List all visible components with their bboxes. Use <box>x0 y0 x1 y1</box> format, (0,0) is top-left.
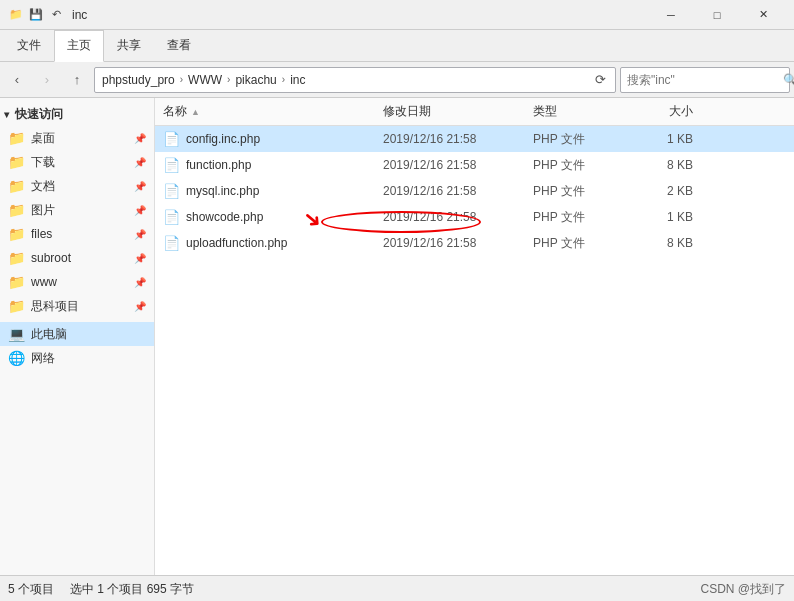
sidebar-item-此电脑[interactable]: 💻此电脑 <box>0 322 154 346</box>
file-name-label: showcode.php <box>186 210 263 224</box>
file-size-cell: 2 KB <box>623 184 693 198</box>
search-icon[interactable]: 🔍 <box>783 68 794 92</box>
address-bar[interactable]: phpstudy_pro›WWW›pikachu›inc ⟳ <box>94 67 616 93</box>
sidebar-item-文档[interactable]: 📁文档📌 <box>0 174 154 198</box>
sidebar-item-label: 此电脑 <box>31 326 67 343</box>
forward-button[interactable]: › <box>34 67 60 93</box>
minimize-button[interactable]: ─ <box>648 0 694 30</box>
header-date[interactable]: 修改日期 <box>383 103 533 120</box>
folder-icon: 📁 <box>8 202 25 218</box>
ribbon-tab-文件[interactable]: 文件 <box>4 30 54 61</box>
file-date-cell: 2019/12/16 21:58 <box>383 132 533 146</box>
file-name-cell: 📄 mysql.inc.php <box>163 183 383 199</box>
header-type[interactable]: 类型 <box>533 103 623 120</box>
pin-icon: 📌 <box>134 253 146 264</box>
folder-icon: 📁 <box>8 130 25 146</box>
php-file-icon: 📄 <box>163 235 180 251</box>
sidebar-item-label: www <box>31 275 57 289</box>
file-name-cell: 📄 showcode.php <box>163 209 383 225</box>
table-row[interactable]: 📄 showcode.php 2019/12/16 21:58 PHP 文件 1… <box>155 204 794 230</box>
folder-icon: 📁 <box>8 250 25 266</box>
file-date-cell: 2019/12/16 21:58 <box>383 158 533 172</box>
undo-icon: ↶ <box>48 7 64 23</box>
maximize-button[interactable]: □ <box>694 0 740 30</box>
file-name-cell: 📄 function.php <box>163 157 383 173</box>
folder-icon: 📁 <box>8 226 25 242</box>
up-button[interactable]: ↑ <box>64 67 90 93</box>
file-name-label: function.php <box>186 158 251 172</box>
file-name-cell: 📄 config.inc.php <box>163 131 383 147</box>
pin-icon: 📌 <box>134 301 146 312</box>
file-name-cell: 📄 uploadfunction.php <box>163 235 383 251</box>
sidebar-item-label: 桌面 <box>31 130 55 147</box>
sidebar-item-思科项目[interactable]: 📁思科项目📌 <box>0 294 154 318</box>
toolbar: ‹ › ↑ phpstudy_pro›WWW›pikachu›inc ⟳ 🔍 <box>0 62 794 98</box>
ribbon-tab-查看[interactable]: 查看 <box>154 30 204 61</box>
sidebar-item-label: 下载 <box>31 154 55 171</box>
address-path: phpstudy_pro›WWW›pikachu›inc <box>99 73 585 87</box>
content-wrapper: ➜ 名称 ▲ 修改日期 类型 大小 📄 config.inc.php 2019/… <box>155 98 794 575</box>
file-date-cell: 2019/12/16 21:58 <box>383 184 533 198</box>
status-bar: 5 个项目 选中 1 个项目 695 字节 CSDN @找到了 <box>0 575 794 601</box>
sidebar-item-下载[interactable]: 📁下载📌 <box>0 150 154 174</box>
file-size-cell: 8 KB <box>623 236 693 250</box>
path-arrow: › <box>180 74 183 85</box>
sidebar-section-1: 💻此电脑🌐网络 <box>0 322 154 370</box>
file-date-cell: 2019/12/16 21:58 <box>383 236 533 250</box>
sidebar-section-header-快速访问[interactable]: ▾ 快速访问 <box>0 102 154 126</box>
search-input[interactable] <box>621 73 783 87</box>
file-type-cell: PHP 文件 <box>533 131 623 148</box>
file-type-cell: PHP 文件 <box>533 157 623 174</box>
close-button[interactable]: ✕ <box>740 0 786 30</box>
table-row[interactable]: 📄 config.inc.php 2019/12/16 21:58 PHP 文件… <box>155 126 794 152</box>
sidebar-item-网络[interactable]: 🌐网络 <box>0 346 154 370</box>
file-name-label: mysql.inc.php <box>186 184 259 198</box>
ribbon-tabs: 文件主页共享查看 <box>0 30 794 61</box>
ribbon-tab-共享[interactable]: 共享 <box>104 30 154 61</box>
header-name[interactable]: 名称 ▲ <box>163 103 383 120</box>
folder-icon: 📁 <box>8 298 25 314</box>
file-list: 名称 ▲ 修改日期 类型 大小 📄 config.inc.php 2019/12… <box>155 98 794 575</box>
php-file-icon: 📄 <box>163 157 180 173</box>
file-size-cell: 1 KB <box>623 132 693 146</box>
title-bar-system-icons: 📁 💾 ↶ <box>8 7 64 23</box>
file-date-cell: 2019/12/16 21:58 <box>383 210 533 224</box>
path-segment-phpstudy_pro[interactable]: phpstudy_pro <box>99 73 178 87</box>
main-layout: ▾ 快速访问📁桌面📌📁下载📌📁文档📌📁图片📌📁files📌📁subroot📌📁w… <box>0 98 794 575</box>
sidebar: ▾ 快速访问📁桌面📌📁下载📌📁文档📌📁图片📌📁files📌📁subroot📌📁w… <box>0 98 155 575</box>
sidebar-item-label: 文档 <box>31 178 55 195</box>
sidebar-item-www[interactable]: 📁www📌 <box>0 270 154 294</box>
search-bar[interactable]: 🔍 <box>620 67 790 93</box>
path-segment-WWW[interactable]: WWW <box>185 73 225 87</box>
table-row[interactable]: 📄 mysql.inc.php 2019/12/16 21:58 PHP 文件 … <box>155 178 794 204</box>
refresh-button[interactable]: ⟳ <box>589 69 611 91</box>
sidebar-item-图片[interactable]: 📁图片📌 <box>0 198 154 222</box>
sidebar-item-label: subroot <box>31 251 71 265</box>
pin-icon: 📌 <box>134 133 146 144</box>
table-row[interactable]: 📄 function.php 2019/12/16 21:58 PHP 文件 8… <box>155 152 794 178</box>
folder-icon: 📁 <box>8 274 25 290</box>
php-file-icon: 📄 <box>163 131 180 147</box>
header-size[interactable]: 大小 <box>623 103 693 120</box>
path-segment-inc[interactable]: inc <box>287 73 308 87</box>
folder-icon: 📁 <box>8 178 25 194</box>
sidebar-item-files[interactable]: 📁files📌 <box>0 222 154 246</box>
back-button[interactable]: ‹ <box>4 67 30 93</box>
network-icon: 🌐 <box>8 350 25 366</box>
file-list-header: 名称 ▲ 修改日期 类型 大小 <box>155 98 794 126</box>
sidebar-item-label: 思科项目 <box>31 298 79 315</box>
chevron-down-icon: ▾ <box>4 109 9 120</box>
status-bar-right: CSDN @找到了 <box>700 581 786 598</box>
file-name-label: config.inc.php <box>186 132 260 146</box>
window-controls: ─ □ ✕ <box>648 0 786 30</box>
folder-icon: 📁 <box>8 154 25 170</box>
pin-icon: 📌 <box>134 181 146 192</box>
path-segment-pikachu[interactable]: pikachu <box>232 73 279 87</box>
ribbon-tab-主页[interactable]: 主页 <box>54 30 104 62</box>
file-type-cell: PHP 文件 <box>533 235 623 252</box>
sidebar-item-桌面[interactable]: 📁桌面📌 <box>0 126 154 150</box>
php-file-icon: 📄 <box>163 209 180 225</box>
sidebar-item-subroot[interactable]: 📁subroot📌 <box>0 246 154 270</box>
save-icon: 💾 <box>28 7 44 23</box>
table-row[interactable]: 📄 uploadfunction.php 2019/12/16 21:58 PH… <box>155 230 794 256</box>
